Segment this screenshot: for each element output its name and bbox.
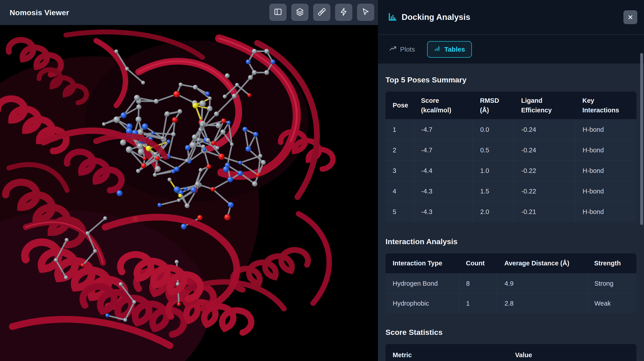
column-header: LigandEfficiency [514,96,575,115]
table-cell: 1.0 [473,161,514,181]
table-cell: 3 [386,161,414,181]
interaction-table: Interaction TypeCountAverage Distance (Å… [386,253,636,313]
bar-chart-small-icon [434,45,441,54]
table-cell: Hydrophobic [386,294,459,313]
panel-header: Docking Analysis ✕ [378,0,644,35]
bar-chart-icon [388,12,397,22]
top-bar: Nomosis Viewer [0,0,378,25]
column-header: Score(kcal/mol) [414,96,473,115]
table-row: 4-4.31.5-0.22H-bond [386,181,636,202]
table-header-row: Interaction TypeCountAverage Distance (Å… [386,253,636,273]
table-cell: 8 [459,274,497,293]
table-cell: 5 [386,202,414,222]
table-cell: 1 [459,294,497,313]
tabs-bar: Plots Tables [378,35,644,64]
table-cell: 2.0 [473,202,514,222]
quick-actions-button[interactable] [335,4,352,21]
layers-button[interactable] [291,4,308,21]
measure-button[interactable] [313,4,330,21]
trend-up-icon [389,45,397,54]
tab-tables[interactable]: Tables [427,41,472,58]
table-cell: -0.21 [514,202,575,222]
table-cell: -4.4 [414,161,473,181]
table-cell: -4.3 [414,202,473,222]
table-cell: 4.9 [497,274,587,293]
table-row: 1-4.70.0-0.24H-bond [386,119,636,140]
table-cell: H-bond [575,181,636,202]
close-button[interactable]: ✕ [624,10,637,24]
column-header: Value [508,350,636,360]
column-header: KeyInteractions [575,96,636,115]
select-button[interactable] [357,4,374,21]
toggle-panel-button[interactable] [270,4,286,21]
table-cell: -0.24 [514,140,575,160]
interaction-section-heading: Interaction Analysis [386,237,636,246]
table-cell: -4.7 [414,140,473,160]
docking-analysis-panel: Docking Analysis ✕ Plots Tables Top 5 Po… [378,0,644,361]
table-cell: 4 [386,181,414,202]
panel-title: Docking Analysis [402,12,470,22]
app-window: Nomosis Viewer [0,0,644,361]
table-cell: Strong [587,274,636,293]
close-icon: ✕ [628,13,633,21]
table-cell: -0.22 [514,161,575,181]
cursor-icon [361,7,370,17]
table-cell: Weak [587,294,636,313]
table-cell: 1 [386,119,414,140]
table-cell: Hydrogen Bond [386,274,459,293]
table-header-row: MetricValue [386,344,636,361]
viewer-toolbar [270,4,396,21]
column-header: Count [459,259,497,268]
table-cell: 2 [386,140,414,160]
zap-icon [339,7,348,17]
column-header: Interaction Type [386,259,459,268]
protein-ribbons [0,32,333,361]
tab-tables-label: Tables [444,45,465,53]
poses-table: PoseScore(kcal/mol)RMSD(Å)LigandEfficien… [386,92,636,222]
table-row: 3-4.41.0-0.22H-bond [386,160,636,181]
table-cell: H-bond [575,161,636,181]
table-cell: -0.22 [514,181,575,202]
table-cell: H-bond [575,119,636,140]
molecule-viewport[interactable] [0,25,378,361]
stats-section-heading: Score Statistics [386,328,636,337]
tab-plots-label: Plots [400,45,415,53]
column-header: Average Distance (Å) [497,259,587,268]
table-cell: -4.3 [414,181,473,202]
panel-columns-icon [274,7,282,17]
scrollbar-thumb[interactable] [640,53,643,225]
panel-scroll-area[interactable]: Top 5 Poses Summary PoseScore(kcal/mol)R… [378,64,644,361]
column-header: Pose [386,100,414,110]
poses-section-heading: Top 5 Poses Summary [386,75,636,84]
table-row: 5-4.32.0-0.21H-bond [386,202,636,222]
column-header: RMSD(Å) [473,96,514,115]
table-row: 2-4.70.5-0.24H-bond [386,140,636,160]
table-cell: 2.8 [497,294,587,313]
table-row: Hydrophobic12.8Weak [386,293,636,313]
table-header-row: PoseScore(kcal/mol)RMSD(Å)LigandEfficien… [386,92,636,119]
stats-table: MetricValue [386,344,636,361]
table-cell: -0.24 [514,119,575,140]
table-cell: 0.0 [473,119,514,140]
table-cell: 0.5 [473,140,514,160]
column-header: Strength [587,259,636,268]
tab-plots[interactable]: Plots [388,44,416,54]
layers-icon [296,7,304,17]
table-cell: H-bond [575,202,636,222]
app-title: Nomosis Viewer [10,8,69,17]
table-cell: -4.7 [414,119,473,140]
table-row: Hydrogen Bond84.9Strong [386,273,636,293]
table-cell: H-bond [575,140,636,160]
ruler-icon [317,7,326,17]
table-cell: 1.5 [473,181,514,202]
column-header: Metric [386,350,508,360]
